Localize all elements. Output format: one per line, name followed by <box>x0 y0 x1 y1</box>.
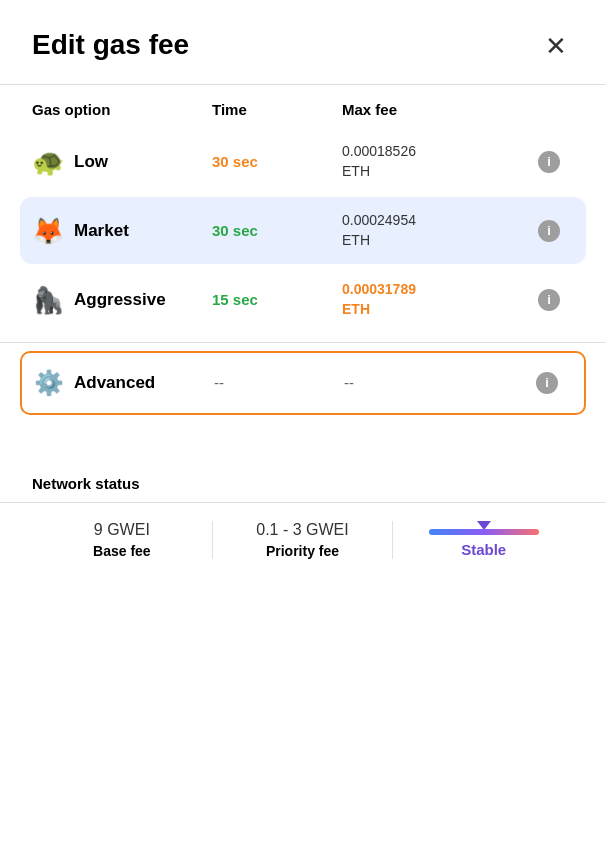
priority-fee-value: 0.1 - 3 GWEI <box>256 521 348 539</box>
modal-header: Edit gas fee ✕ <box>32 28 574 64</box>
aggressive-max-fee: 0.00031789ETH <box>342 280 538 319</box>
advanced-fee-dash: -- <box>344 374 536 391</box>
modal-title: Edit gas fee <box>32 28 189 62</box>
aggressive-time: 15 sec <box>212 291 342 308</box>
low-time: 30 sec <box>212 153 342 170</box>
low-emoji: 🐢 <box>32 149 64 175</box>
gas-row-aggressive[interactable]: 🦍 Aggressive 15 sec 0.00031789ETH i <box>20 266 586 333</box>
low-info-icon[interactable]: i <box>538 151 560 173</box>
base-fee-value: 9 GWEI <box>94 521 150 539</box>
network-stats-grid: 9 GWEI Base fee 0.1 - 3 GWEI Priority fe… <box>32 503 574 569</box>
aggressive-info-icon[interactable]: i <box>538 289 560 311</box>
stable-bar <box>429 529 539 535</box>
market-emoji: 🦊 <box>32 218 64 244</box>
low-max-fee: 0.00018526ETH <box>342 142 538 181</box>
gear-icon: ⚙️ <box>34 369 64 397</box>
close-button[interactable]: ✕ <box>538 28 574 64</box>
low-label-text: Low <box>74 152 108 172</box>
modal-container: Edit gas fee ✕ Gas option Time Max fee 🐢… <box>0 0 606 854</box>
time-header: Time <box>212 101 342 118</box>
table-header: Gas option Time Max fee <box>32 85 574 126</box>
low-label: 🐢 Low <box>32 149 212 175</box>
section-divider <box>0 342 606 343</box>
advanced-label-text: Advanced <box>74 373 155 393</box>
priority-fee-label: Priority fee <box>266 543 339 559</box>
market-label-text: Market <box>74 221 129 241</box>
stable-label: Stable <box>461 541 506 558</box>
stable-bar-container <box>429 521 539 535</box>
close-icon: ✕ <box>545 31 567 62</box>
gas-option-header: Gas option <box>32 101 212 118</box>
aggressive-emoji: 🦍 <box>32 287 64 313</box>
priority-fee-stat: 0.1 - 3 GWEI Priority fee <box>213 521 394 559</box>
base-fee-label: Base fee <box>93 543 151 559</box>
stable-stat: Stable <box>393 521 574 559</box>
aggressive-label: 🦍 Aggressive <box>32 287 212 313</box>
gas-row-market[interactable]: 🦊 Market 30 sec 0.00024954ETH i <box>20 197 586 264</box>
network-status-title: Network status <box>32 475 574 492</box>
gas-row-low[interactable]: 🐢 Low 30 sec 0.00018526ETH i <box>20 128 586 195</box>
base-fee-stat: 9 GWEI Base fee <box>32 521 213 559</box>
max-fee-header: Max fee <box>342 101 538 118</box>
info-header-spacer <box>538 101 574 118</box>
aggressive-label-text: Aggressive <box>74 290 166 310</box>
market-time: 30 sec <box>212 222 342 239</box>
market-label: 🦊 Market <box>32 218 212 244</box>
market-max-fee: 0.00024954ETH <box>342 211 538 250</box>
advanced-time-dash: -- <box>214 374 344 391</box>
advanced-info-icon[interactable]: i <box>536 372 558 394</box>
gas-row-advanced[interactable]: ⚙️ Advanced -- -- i <box>20 351 586 415</box>
network-status-section: Network status 9 GWEI Base fee 0.1 - 3 G… <box>32 475 574 569</box>
advanced-label: ⚙️ Advanced <box>34 369 214 397</box>
market-info-icon[interactable]: i <box>538 220 560 242</box>
